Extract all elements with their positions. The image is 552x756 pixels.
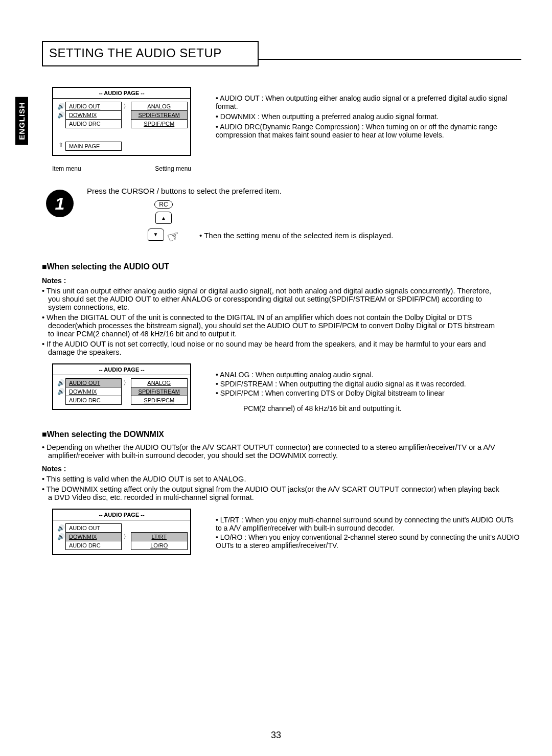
notes-heading: Notes :: [42, 465, 521, 473]
menu-value: LO/RO: [131, 541, 188, 550]
menu-value: SPDIF/STREAM: [131, 111, 188, 120]
notes-list: This setting is valid when the AUDIO OUT…: [42, 475, 501, 501]
figure-audio-page-2: -- AUDIO PAGE -- 🔊 AUDIO OUT 〉 ANALOG 🔊 …: [52, 363, 191, 410]
up-arrow-icon: ⇧: [56, 142, 65, 151]
menu-item: AUDIO OUT: [66, 379, 122, 387]
menu-value: ANALOG: [131, 379, 188, 387]
step-1: 1 Press the CURSOR / buttons to select t…: [46, 187, 521, 245]
menu-item: DOWNMIX: [66, 111, 122, 120]
note-item: When the DIGITAL OUT of the unit is conn…: [42, 313, 501, 338]
pointing-hand-icon: ☞: [165, 226, 182, 247]
bullet: • DOWNMIX : When outputting a preferred …: [216, 112, 521, 121]
menu-item: DOWNMIX: [66, 387, 122, 396]
menu-heading: -- AUDIO PAGE --: [53, 510, 190, 520]
bullet: • ANALOG : When outputting analog audio …: [216, 371, 521, 379]
figure-audio-page-3: -- AUDIO PAGE -- 🔊 AUDIO OUT 🔊 DOWNMIX 〉…: [52, 509, 191, 555]
language-tab: ENGLISH: [15, 97, 28, 145]
figure-label: Item menu: [52, 165, 81, 172]
notes-heading: Notes :: [42, 277, 521, 285]
description-list: • AUDIO OUT : When outputting either ana…: [206, 94, 521, 141]
menu-main: MAIN PAGE: [65, 142, 122, 151]
menu-item: DOWNMIX: [66, 533, 122, 541]
note-item: This unit can output either analog audio…: [42, 287, 501, 311]
intro-item: Depending on whether the AUDIO OUTs(or t…: [42, 443, 501, 460]
menu-value: LT/RT: [131, 533, 188, 541]
bullet: • AUDIO OUT : When outputting either ana…: [216, 94, 521, 110]
menu-heading: -- AUDIO PAGE --: [53, 364, 190, 375]
menu-value: SPDIF/STREAM: [131, 387, 188, 396]
rc-label: RC: [154, 200, 172, 209]
step-number-badge: 1: [46, 190, 74, 217]
speaker-icon: 🔊: [56, 524, 66, 533]
bullet: • AUDIO DRC(Dynamic Range Compression) :…: [216, 123, 521, 139]
menu-item: AUDIO DRC: [66, 120, 122, 128]
cursor-up-icon: ▲: [155, 212, 172, 224]
note-item: This setting is valid when the AUDIO OUT…: [42, 475, 501, 483]
speaker-icon: 🔊: [56, 111, 66, 120]
step-instruction: Press the CURSOR / buttons to select the…: [87, 187, 521, 195]
note-item: If the AUDIO OUT is not set correctly, l…: [42, 340, 501, 356]
notes-list: This unit can output either analog audio…: [42, 287, 501, 356]
menu-item: AUDIO OUT: [66, 524, 122, 533]
option-list: • LT/RT : When you enjoy multi-channel s…: [206, 516, 521, 551]
speaker-icon: 🔊: [56, 387, 66, 396]
bullet: • SPDIF/STREAM : When outputting the dig…: [216, 380, 521, 388]
page-title: SETTING THE AUDIO SETUP: [42, 41, 259, 66]
manual-page: ENGLISH SETTING THE AUDIO SETUP -- AUDIO…: [0, 0, 552, 756]
menu-item: AUDIO DRC: [66, 541, 122, 550]
bullet: • SPDIF/PCM : When converting DTS or Dol…: [216, 389, 521, 397]
menu-heading: -- AUDIO PAGE --: [53, 88, 190, 98]
remote-control-illustration: RC ▲ ▼ ☞: [128, 200, 199, 245]
menu-value: SPDIF/PCM: [131, 120, 188, 128]
chevron-right-icon: 〉: [122, 102, 131, 111]
note-item: The DOWNMIX setting affect only the outp…: [42, 485, 501, 501]
subsection-title: ■When selecting the AUDIO OUT: [42, 262, 521, 271]
page-number: 33: [0, 730, 552, 741]
chevron-right-icon: 〉: [122, 533, 131, 541]
title-rule: [258, 48, 521, 60]
subsection-title: ■When selecting the DOWNMIX: [42, 430, 521, 439]
section-title-bar: SETTING THE AUDIO SETUP: [42, 41, 521, 66]
figure-audio-page-1: -- AUDIO PAGE -- 🔊 AUDIO OUT 〉 ANALOG 🔊 …: [52, 87, 191, 172]
speaker-icon: 🔊: [56, 533, 66, 541]
cursor-down-icon: ▼: [148, 228, 164, 241]
chevron-right-icon: 〉: [122, 379, 131, 387]
menu-value: ANALOG: [131, 102, 188, 111]
menu-item: AUDIO DRC: [66, 396, 122, 405]
speaker-icon: 🔊: [56, 102, 66, 111]
bullet-continuation: PCM(2 channel) of 48 kHz/16 bit and outp…: [216, 404, 521, 413]
intro-text: Depending on whether the AUDIO OUTs(or t…: [42, 443, 501, 460]
figure-label: Setting menu: [155, 165, 191, 172]
menu-item: AUDIO OUT: [66, 102, 122, 111]
step-result: • Then the setting menu of the selected …: [199, 231, 393, 245]
bullet: • LT/RT : When you enjoy multi-channel s…: [216, 516, 521, 532]
menu-value: SPDIF/PCM: [131, 396, 188, 405]
bullet: • LO/RO : When you enjoy conventional 2-…: [216, 533, 521, 549]
speaker-icon: 🔊: [56, 379, 66, 387]
option-list: • ANALOG : When outputting analog audio …: [206, 371, 521, 397]
